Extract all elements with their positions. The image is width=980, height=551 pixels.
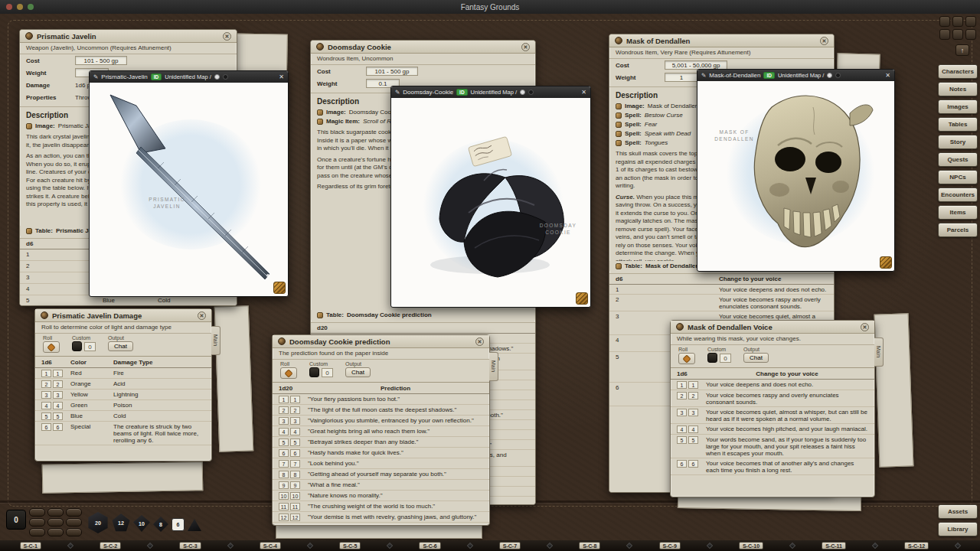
sidebar-button[interactable]: Images — [938, 99, 978, 114]
table-row[interactable]: 1212 "Your demise is met with revelry, g… — [273, 512, 489, 523]
image-canvas[interactable]: MASK OF DENDALLEN — [698, 81, 893, 270]
hotkey-tab[interactable]: S-C-6 — [419, 542, 440, 549]
image-canvas[interactable]: DOOMSDAY COOKIE — [392, 98, 590, 306]
table-row[interactable]: 33 Your voice becomes quiet, almost a wh… — [671, 407, 874, 424]
tab-main[interactable]: Main — [489, 352, 498, 381]
range-from[interactable]: 7 — [279, 460, 289, 468]
image-titlebar[interactable]: ✎ Doomsday-Cookie ID Unidentified Map / … — [391, 86, 590, 98]
range-from[interactable]: 1 — [279, 396, 289, 403]
table-row[interactable]: 44 Green Poison — [35, 400, 211, 411]
tool-button[interactable] — [952, 16, 963, 27]
table-row[interactable]: 66 "Hasty hands make for quick lives." — [273, 448, 489, 458]
window-titlebar[interactable]: Prismatic Javelin ✕ — [20, 30, 237, 43]
range-to[interactable]: 2 — [53, 380, 63, 388]
range-to[interactable]: 5 — [688, 436, 698, 444]
close-icon[interactable]: ✕ — [521, 43, 530, 51]
hotkey-tab[interactable]: S-C-11 — [822, 542, 846, 549]
output-chat-button[interactable]: Chat — [743, 353, 769, 363]
hotkey-tab[interactable]: S-C-10 — [739, 542, 763, 549]
close-icon[interactable]: ✕ — [475, 337, 484, 346]
range-from[interactable]: 12 — [279, 514, 289, 521]
image-titlebar[interactable]: ✎ Prismatic-Javelin ID Unidentified Map … — [90, 71, 288, 83]
range-to[interactable]: 10 — [290, 492, 300, 500]
range-to[interactable]: 6 — [53, 423, 63, 431]
visibility-icon[interactable] — [214, 74, 220, 80]
sidebar-button[interactable]: NPCs — [938, 170, 978, 184]
table-row[interactable]: 99 "What a fine meal." — [273, 480, 489, 491]
table-row[interactable]: 55 Your words become sand, as if your to… — [671, 435, 874, 458]
range-to[interactable]: 1 — [290, 396, 300, 403]
d6-die[interactable]: 6 — [172, 518, 185, 531]
modifier-button[interactable] — [47, 528, 64, 536]
minimize-light-icon[interactable] — [17, 4, 23, 10]
custom-die-slot[interactable] — [707, 353, 717, 363]
sidebar-button[interactable]: Parcels — [938, 223, 978, 237]
close-light-icon[interactable] — [6, 4, 12, 10]
custom-value[interactable]: 0 — [322, 368, 333, 377]
range-from[interactable]: 4 — [41, 402, 51, 409]
range-from[interactable]: 3 — [279, 417, 289, 425]
roll-die-button[interactable] — [43, 341, 60, 353]
output-chat-button[interactable]: Chat — [108, 341, 133, 351]
range-to[interactable]: 11 — [290, 503, 300, 510]
range-from[interactable]: 2 — [41, 380, 51, 388]
range-to[interactable]: 6 — [290, 449, 300, 457]
token-icon[interactable] — [835, 73, 841, 78]
close-icon[interactable]: ✕ — [223, 32, 231, 41]
custom-value[interactable]: 0 — [720, 354, 731, 363]
hotkey-tab[interactable]: S-C-4 — [260, 542, 281, 549]
resize-grip[interactable] — [576, 292, 588, 305]
close-icon[interactable]: ✕ — [279, 73, 284, 80]
tool-button[interactable] — [952, 29, 963, 40]
table-row[interactable]: 11 Red Fire — [35, 368, 211, 379]
image-titlebar[interactable]: ✎ Mask-of-Dendallen ID Unidentified Map … — [697, 70, 894, 81]
roll-die-button[interactable] — [678, 353, 695, 364]
modifier-button[interactable] — [66, 528, 82, 536]
table-row[interactable]: 11 "Your fiery passions burn too hot." — [273, 394, 489, 405]
tab-main[interactable]: Main — [211, 326, 220, 355]
hotkey-tab[interactable]: S-C-12 — [904, 542, 929, 549]
custom-value[interactable]: 0 — [84, 342, 96, 351]
output-chat-button[interactable]: Chat — [345, 367, 371, 377]
range-to[interactable]: 9 — [290, 481, 300, 489]
resize-grip[interactable] — [273, 282, 286, 294]
range-from[interactable]: 6 — [41, 423, 51, 431]
range-from[interactable]: 8 — [279, 471, 289, 478]
roll-die-button[interactable] — [280, 367, 297, 379]
weight-value[interactable]: 1 — [665, 73, 698, 82]
token-icon[interactable] — [528, 90, 534, 95]
table-row[interactable]: 11 Your voice deepens and does not echo. — [671, 380, 874, 390]
table-row[interactable]: 1 Your voice deepens and does not echo. — [609, 285, 834, 295]
range-to[interactable]: 4 — [688, 425, 698, 433]
table-row[interactable]: 22 Orange Acid — [35, 379, 211, 390]
range-to[interactable]: 1 — [53, 370, 63, 377]
close-icon[interactable]: ✕ — [198, 311, 206, 320]
range-from[interactable]: 4 — [279, 428, 289, 435]
table-row[interactable]: 22 "The light of the full moon casts the… — [273, 405, 489, 416]
sidebar-button[interactable]: Characters — [938, 64, 978, 79]
d10-die[interactable]: 10 — [133, 515, 150, 532]
range-to[interactable]: 3 — [53, 391, 63, 399]
d8-die[interactable]: 8 — [153, 517, 168, 532]
range-from[interactable]: 5 — [677, 436, 687, 444]
sidebar-button[interactable]: Encounters — [938, 187, 978, 202]
range-from[interactable]: 5 — [279, 439, 289, 446]
table-row[interactable]: 2 Your voice becomes raspy and overly en… — [609, 295, 834, 311]
hotkey-tab[interactable]: S-C-8 — [579, 542, 600, 549]
range-to[interactable]: 4 — [290, 428, 300, 435]
range-from[interactable]: 3 — [41, 391, 51, 399]
visibility-icon[interactable] — [827, 73, 832, 78]
tool-button[interactable] — [939, 16, 950, 27]
sidebar-button[interactable]: Notes — [938, 82, 978, 96]
range-from[interactable]: 2 — [677, 392, 687, 399]
id-badge[interactable]: ID — [456, 89, 468, 96]
table-link[interactable]: Table: Doomsday Cookie prediction — [311, 310, 535, 320]
modifier-button[interactable] — [29, 528, 45, 536]
sidebar-scroll-up-button[interactable]: ↑ — [956, 44, 969, 56]
hotkey-tab[interactable]: S-C-2 — [100, 542, 121, 549]
window-titlebar[interactable]: Doomsday Cookie prediction ✕ — [273, 335, 489, 348]
table-row[interactable]: 66 Special The creature is struck by two… — [35, 422, 211, 445]
range-from[interactable]: 2 — [279, 406, 289, 414]
sidebar-button[interactable]: Library — [938, 522, 978, 536]
d12-die[interactable]: 12 — [112, 514, 130, 532]
